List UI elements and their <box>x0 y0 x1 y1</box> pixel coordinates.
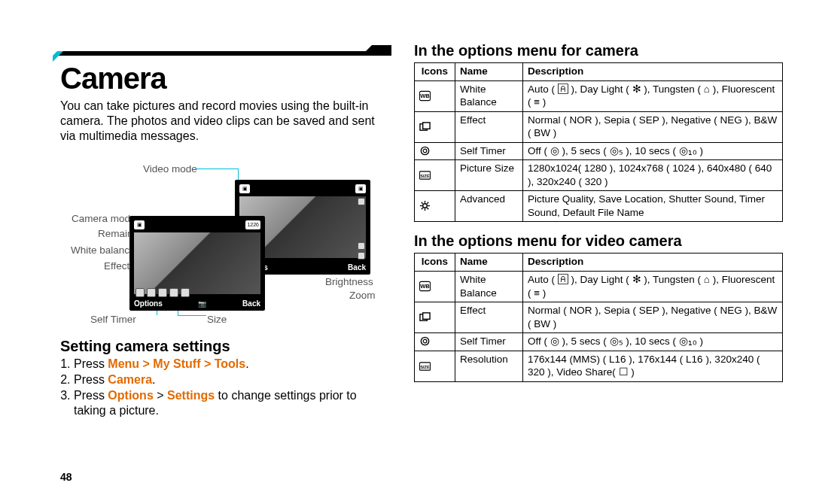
row-desc: Picture Quality, Save Location, Shutter … <box>523 191 783 222</box>
row-icon <box>419 311 431 323</box>
th-icons: Icons <box>415 254 455 272</box>
table-row: White BalanceAuto ( 🄰 ), Day Light ( ✻ )… <box>415 80 783 111</box>
row-desc: Off ( ◎ ), 5 secs ( ◎₅ ), 10 secs ( ◎₁₀ … <box>523 142 783 160</box>
video-icon: ▣ <box>239 184 250 193</box>
row-name: Picture Size <box>455 160 523 191</box>
row-name: Advanced <box>455 191 523 222</box>
label-brightness: Brightness <box>325 276 373 287</box>
settings-steps: Press Menu > My Stuff > Tools. Press Cam… <box>60 357 384 419</box>
row-name: Effect <box>455 302 523 333</box>
row-desc: Normal ( NOR ), Sepia ( SEP ), Negative … <box>523 111 783 142</box>
row-name: Effect <box>455 111 523 142</box>
label-remain: Remain <box>98 228 133 239</box>
svg-marker-1 <box>53 51 63 62</box>
th-description: Description <box>523 63 783 81</box>
camera-icon: ▣ <box>134 220 145 229</box>
th-name: Name <box>455 254 523 272</box>
softkey-back: Back <box>242 299 260 308</box>
table-row: Self TimerOff ( ◎ ), 5 secs ( ◎₅ ), 10 s… <box>415 333 783 351</box>
row-desc: Normal ( NOR ), Sepia ( SEP ), Negative … <box>523 302 783 333</box>
row-desc: Auto ( 🄰 ), Day Light ( ✻ ), Tungsten ( … <box>523 80 783 111</box>
camera-options-table: Icons Name Description White BalanceAuto… <box>414 62 783 222</box>
row-icon <box>419 200 431 211</box>
camera-screenshot: ▣ 1226 Options 📷 Back <box>129 216 265 311</box>
row-name: Resolution <box>455 351 523 381</box>
label-camera-mode: Camera mode <box>72 213 136 224</box>
table-row: EffectNormal ( NOR ), Sepia ( SEP ), Neg… <box>415 111 783 142</box>
label-size: Size <box>207 314 227 325</box>
screenshot-diagram: ▣▣ Options Back ▣ 1226 Options 📷 Bac <box>60 157 384 330</box>
page-title: Camera <box>60 62 384 96</box>
th-name: Name <box>455 63 523 81</box>
row-icon <box>419 281 431 292</box>
step-1: Press Menu > My Stuff > Tools. <box>74 357 384 372</box>
step-3: Press Options > Settings to change setti… <box>74 388 384 420</box>
row-icon <box>419 335 431 347</box>
row-desc: Off ( ◎ ), 5 secs ( ◎₅ ), 10 secs ( ◎₁₀ … <box>523 333 783 351</box>
table-row: White BalanceAuto ( 🄰 ), Day Light ( ✻ )… <box>415 272 783 302</box>
row-name: Self Timer <box>455 142 523 160</box>
softkey-back: Back <box>348 263 366 272</box>
label-self-timer: Self Timer <box>90 314 136 325</box>
row-desc: 176x144 (MMS) ( L16 ), 176x144 ( L16 ), … <box>523 351 783 381</box>
table-row: AdvancedPicture Quality, Save Location, … <box>415 191 783 222</box>
table-row: Resolution176x144 (MMS) ( L16 ), 176x144… <box>415 351 783 381</box>
label-white-balance: White balance <box>71 244 136 256</box>
svg-marker-0 <box>57 45 391 56</box>
remain-counter: 1226 <box>245 220 260 229</box>
icon-strip <box>136 288 190 297</box>
video-options-table: Icons Name Description White BalanceAuto… <box>414 253 783 381</box>
row-name: Self Timer <box>455 333 523 351</box>
row-icon <box>419 360 431 372</box>
label-effect: Effect <box>104 260 129 272</box>
page-number: 48 <box>60 471 72 483</box>
heading-settings: Setting camera settings <box>60 338 384 355</box>
row-icon <box>419 169 431 181</box>
th-icons: Icons <box>415 63 455 81</box>
step-2: Press Camera. <box>74 372 384 388</box>
heading-options-video: In the options menu for video camera <box>414 232 783 250</box>
table-row: Self TimerOff ( ◎ ), 5 secs ( ◎₅ ), 10 s… <box>415 142 783 160</box>
row-name: White Balance <box>455 80 523 111</box>
row-icon <box>419 145 431 156</box>
row-desc: 1280x1024( 1280 ), 1024x768 ( 1024 ), 64… <box>523 160 783 191</box>
table-row: Picture Size1280x1024( 1280 ), 1024x768 … <box>415 160 783 191</box>
header-stripe <box>53 45 391 62</box>
label-zoom: Zoom <box>349 290 376 301</box>
table-row: EffectNormal ( NOR ), Sepia ( SEP ), Neg… <box>415 302 783 333</box>
th-description: Description <box>523 254 783 272</box>
row-name: White Balance <box>455 272 523 302</box>
row-icon <box>419 121 431 132</box>
row-desc: Auto ( 🄰 ), Day Light ( ✻ ), Tungsten ( … <box>523 272 783 302</box>
softkey-options: Options <box>134 299 163 308</box>
label-video-mode: Video mode <box>143 163 197 175</box>
intro-text: You can take pictures and record movies … <box>60 99 384 144</box>
row-icon <box>419 90 431 102</box>
heading-options-camera: In the options menu for camera <box>414 42 783 59</box>
